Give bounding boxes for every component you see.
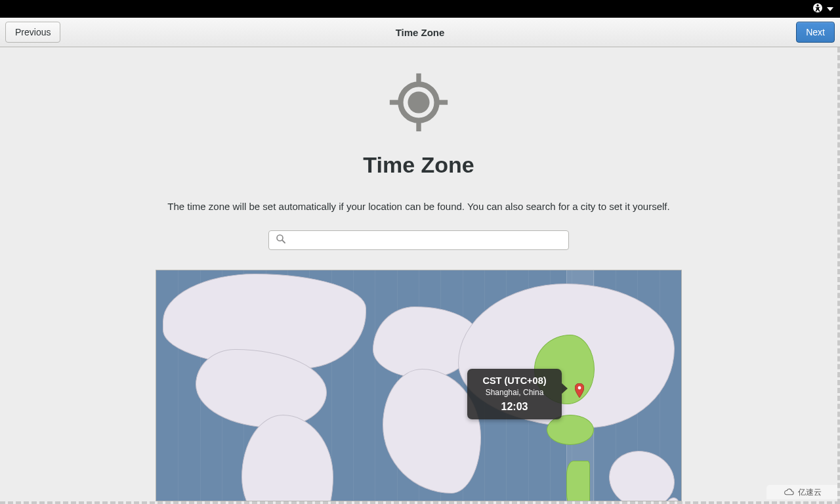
map-landmass	[383, 369, 481, 494]
previous-button[interactable]: Previous	[5, 22, 60, 43]
svg-rect-6	[390, 100, 399, 104]
map-landmass	[609, 451, 675, 501]
selected-zone-land	[566, 461, 590, 501]
city-search-field[interactable]	[268, 230, 569, 250]
next-button[interactable]: Next	[796, 22, 835, 43]
header-bar: Previous Time Zone Next	[0, 18, 840, 47]
timezone-abbrev: CST (UTC+08)	[472, 375, 556, 386]
timezone-map[interactable]: CST (UTC+08) Shanghai, China 12:03	[156, 270, 682, 501]
page-description: The time zone will be set automatically …	[167, 201, 669, 212]
cloud-icon	[783, 488, 795, 497]
svg-point-3	[408, 91, 429, 113]
svg-rect-5	[416, 122, 421, 131]
gnome-top-bar	[0, 0, 840, 18]
timezone-time: 12:03	[472, 401, 556, 413]
content-area: Time Zone The time zone will be set auto…	[0, 47, 840, 504]
location-target-icon	[388, 72, 449, 133]
header-title: Time Zone	[396, 27, 445, 38]
chevron-down-icon[interactable]	[827, 7, 833, 11]
city-search-input[interactable]	[291, 231, 562, 249]
svg-point-10	[578, 386, 581, 389]
page-heading: Time Zone	[363, 152, 474, 178]
timezone-tooltip: CST (UTC+08) Shanghai, China 12:03	[467, 369, 562, 419]
accessibility-icon[interactable]	[812, 3, 823, 16]
svg-rect-4	[416, 74, 421, 83]
timezone-location: Shanghai, China	[472, 388, 556, 397]
svg-point-1	[816, 4, 818, 6]
svg-line-9	[282, 240, 285, 243]
map-landmass	[242, 415, 333, 501]
watermark-badge: 亿速云	[766, 485, 837, 499]
location-pin-icon	[575, 383, 584, 398]
svg-rect-7	[438, 100, 448, 104]
watermark-text: 亿速云	[798, 487, 822, 498]
search-icon	[276, 234, 286, 247]
